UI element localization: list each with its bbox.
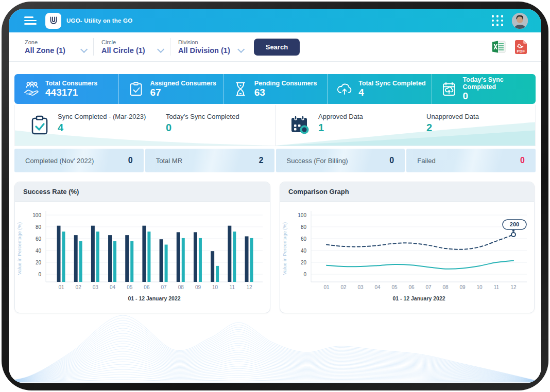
svg-text:Value in Percentage (%): Value in Percentage (%) (282, 222, 287, 275)
kpi-value: 4 (358, 87, 425, 98)
circle-label: Circle (101, 39, 162, 45)
chevron-down-icon (157, 46, 164, 53)
svg-text:200: 200 (510, 221, 519, 227)
mini-label: Total MR (156, 157, 182, 165)
svg-text:60: 60 (36, 236, 42, 242)
chart-title: Success Rate (%) (15, 182, 270, 202)
zone-dropdown[interactable]: Zone All Zone (1) (25, 39, 85, 55)
apps-grid-icon[interactable] (492, 15, 504, 26)
svg-text:40: 40 (36, 248, 42, 254)
svg-text:09: 09 (195, 284, 201, 290)
svg-text:20: 20 (36, 260, 42, 265)
svg-text:11: 11 (494, 284, 500, 290)
mini-value: 2 (259, 156, 264, 165)
summary-value: 0 (166, 122, 267, 134)
summary-value: 1 (318, 122, 419, 134)
summary-label: Sync Completed - (Mar-2023) (58, 113, 159, 120)
menu-icon[interactable] (24, 16, 37, 25)
kpi-label: Assigned Consumers (150, 80, 216, 87)
svg-text:01 - 12 January 2022: 01 - 12 January 2022 (392, 295, 445, 301)
division-dropdown[interactable]: Division All Division (1) (178, 39, 243, 55)
svg-text:20: 20 (301, 260, 307, 265)
summary-label: Unapproved Data (426, 113, 527, 120)
svg-text:04: 04 (374, 284, 381, 290)
circle-dropdown[interactable]: Circle All Circle (1) (101, 39, 162, 55)
summary-stat: Today's Sync Completed 0 (166, 113, 267, 134)
ugo-logo (45, 13, 61, 29)
user-avatar[interactable] (512, 13, 528, 29)
svg-text:10: 10 (212, 284, 218, 290)
today-sync-card: Today's Sync Completed 0 (432, 74, 536, 104)
mini-value: 0 (389, 156, 394, 165)
summary-row: Sync Completed - (Mar-2023) 4 Today's Sy… (14, 105, 536, 146)
zone-value: All Zone (1) (25, 46, 65, 55)
mini-label: Failed (417, 157, 435, 165)
kpi-value: 63 (254, 87, 317, 98)
svg-text:60: 60 (301, 236, 307, 242)
summary-stat: Approved Data 1 (318, 113, 419, 134)
svg-text:11: 11 (230, 284, 235, 290)
comparison-graph-card: Comparison Graph 02040608010001020304050… (280, 182, 535, 313)
svg-text:PDF: PDF (517, 49, 525, 54)
kpi-label: Today's Sync Completed (463, 76, 536, 91)
svg-text:04: 04 (110, 284, 116, 290)
svg-text:01: 01 (58, 284, 64, 290)
summary-stat: Unapproved Data 2 (426, 113, 527, 134)
chevron-down-icon (237, 46, 245, 53)
excel-export-icon[interactable] (491, 40, 507, 54)
summary-label: Approved Data (318, 113, 419, 120)
sync-summary: Sync Completed - (Mar-2023) 4 Today's Sy… (15, 105, 275, 146)
mini-label: Completed (Nov' 2022) (25, 157, 94, 165)
divider (170, 38, 170, 56)
charts-row: Success Rate (%) 02040608010001020304050… (14, 182, 536, 313)
pending-consumers-card: Pending Consumers 63 (223, 74, 327, 104)
filter-bar: Zone All Zone (1) Circle All Circle (1) … (9, 32, 541, 62)
svg-text:100: 100 (298, 212, 306, 218)
dashboard-content: Total Consumers 443171 Assigned Consumer… (9, 74, 541, 313)
svg-text:10: 10 (476, 284, 483, 290)
pdf-export-icon[interactable]: PDF (514, 40, 528, 55)
kpi-label: Pending Consumers (254, 80, 317, 87)
summary-label: Today's Sync Completed (166, 113, 267, 120)
completed-stat: Completed (Nov' 2022) 0 (14, 149, 144, 172)
app-header: UGO- Utility on the GO (9, 9, 541, 32)
kpi-value: 67 (150, 87, 216, 98)
success-rate-card: Success Rate (%) 02040608010001020304050… (14, 182, 270, 313)
failed-stat: Failed 0 (406, 149, 536, 172)
total-sync-card: Total Sync Completed 4 (327, 74, 431, 104)
svg-text:Value in Percentage (%): Value in Percentage (%) (16, 222, 22, 275)
zone-label: Zone (25, 39, 85, 45)
svg-text:07: 07 (161, 284, 167, 290)
search-button[interactable]: Search (254, 39, 300, 56)
svg-text:0: 0 (303, 272, 306, 277)
svg-text:03: 03 (357, 284, 364, 290)
svg-text:06: 06 (144, 284, 150, 290)
kpi-label: Total Sync Completed (358, 80, 425, 87)
svg-text:07: 07 (425, 284, 432, 290)
svg-text:0: 0 (38, 272, 41, 277)
mini-value: 0 (520, 156, 525, 165)
svg-text:03: 03 (93, 284, 99, 290)
app-screen: UGO- Utility on the GO Zone (9, 9, 541, 383)
clipboard-check-icon (29, 114, 50, 137)
total-mr-stat: Total MR 2 (145, 149, 274, 172)
svg-text:05: 05 (391, 284, 398, 290)
cloud-upload-icon (336, 81, 353, 97)
kpi-label: Total Consumers (45, 80, 97, 87)
division-label: Division (178, 39, 243, 45)
summary-value: 4 (58, 122, 159, 134)
kpi-row: Total Consumers 443171 Assigned Consumer… (14, 74, 536, 104)
svg-text:05: 05 (127, 284, 133, 290)
svg-text:12: 12 (246, 284, 252, 290)
svg-text:01 - 12 January 2022: 01 - 12 January 2022 (128, 295, 180, 301)
svg-text:02: 02 (340, 284, 347, 290)
svg-text:08: 08 (178, 284, 184, 290)
divider (93, 38, 94, 56)
clipboard-check-icon (127, 81, 145, 97)
svg-text:40: 40 (301, 248, 307, 254)
tablet-frame: UGO- Utility on the GO Zone (2, 2, 548, 390)
approval-summary: Approved Data 1 Unapproved Data 2 (275, 105, 535, 146)
svg-text:09: 09 (459, 284, 466, 290)
svg-text:80: 80 (301, 224, 307, 230)
mini-stats-row: Completed (Nov' 2022) 0 Total MR 2 Succe… (14, 149, 536, 172)
